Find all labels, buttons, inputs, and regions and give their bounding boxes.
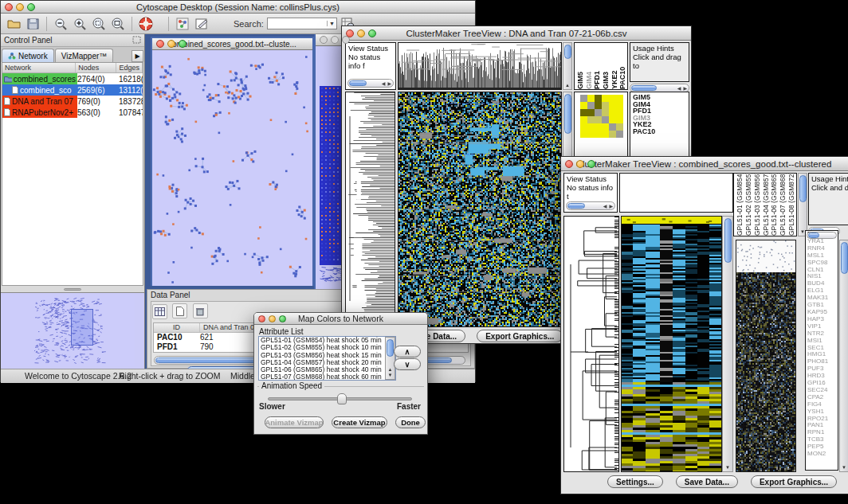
main-titlebar[interactable]: Cytoscape Desktop (Session Name: collins… [1, 1, 475, 14]
open-session-button[interactable] [6, 16, 22, 32]
float-panel-icon[interactable] [132, 36, 141, 45]
slider-thumb[interactable] [337, 393, 347, 404]
zoom-out-button[interactable] [53, 16, 69, 32]
attribute-item[interactable]: GPL51-07 (GSM868) heat shock 60 min [261, 373, 395, 381]
network-overview-panel[interactable] [1, 292, 144, 369]
network-list: Network Nodes Edges combined_scores 2764… [2, 62, 143, 286]
row-dendrogram-panel[interactable] [563, 216, 619, 472]
zoom-fit-button[interactable] [110, 16, 126, 32]
heatmap-panel[interactable] [398, 92, 562, 327]
gene-list-vscrollbar[interactable]: ▼ [839, 240, 848, 472]
network-row-selected[interactable]: combined_sco 2569(6) 13112(15) [2, 84, 143, 96]
move-down-button[interactable]: ∨ [394, 358, 421, 370]
network-tab-icon [8, 53, 16, 60]
tab-network[interactable]: Network [2, 49, 54, 62]
search-input[interactable]: ▼ [267, 18, 337, 29]
heatmap-panel[interactable] [621, 216, 722, 472]
view-status-scrollbar[interactable]: ◀▶ [566, 201, 615, 210]
network-canvas[interactable] [152, 50, 312, 286]
gene-labels-scrollbar[interactable] [807, 232, 837, 239]
treeview-button[interactable]: Export Graphics... [477, 330, 563, 342]
dialog-titlebar[interactable]: Map Colors to Network [254, 313, 427, 325]
minimize-icon[interactable] [16, 3, 24, 11]
close-icon[interactable] [258, 315, 265, 322]
animate-vizmap-button: Animate Vizmap [265, 416, 324, 428]
zoom-window-icon[interactable] [279, 315, 286, 322]
document-icon [4, 97, 10, 105]
close-icon[interactable] [346, 29, 354, 37]
minimize-icon[interactable] [331, 36, 339, 44]
window-controls[interactable] [1, 3, 39, 11]
slower-label: Slower [259, 402, 285, 411]
map-colors-dialog: Map Colors to Network Attribute List GPL… [253, 312, 428, 435]
column-scrollbar[interactable]: ▲ [563, 42, 572, 90]
tab-overflow-button[interactable]: ▶ [132, 50, 143, 62]
similarity-matrix-canvas[interactable] [580, 95, 623, 138]
zoom-window-icon[interactable] [179, 40, 186, 48]
done-button[interactable]: Done [395, 416, 426, 428]
create-vizmap-button[interactable]: Create Vizmap [332, 416, 387, 428]
close-icon[interactable] [565, 160, 573, 168]
minimize-icon[interactable] [269, 315, 276, 322]
zoom-in-button[interactable] [72, 16, 88, 32]
tab-vizmapper[interactable]: VizMapper™ [55, 49, 114, 62]
network-row[interactable]: combined_scores 2764(0) 16218(0) [2, 73, 143, 84]
row-dendrogram-panel[interactable] [345, 92, 395, 327]
secondary-heatmap-panel[interactable] [736, 240, 796, 472]
document-icon [12, 86, 18, 94]
close-icon[interactable] [156, 40, 164, 48]
close-icon[interactable] [5, 3, 13, 11]
column-labels-scrollbar[interactable]: ▼ [798, 173, 807, 236]
animation-speed-slider[interactable] [268, 397, 412, 400]
treeview-window-2: ClusterMaker TreeView : combined_scores_… [560, 156, 848, 494]
attribute-list-scrollbar[interactable]: ▲▼ [385, 337, 395, 380]
attribute-list[interactable]: GPL51-01 (GSM854) heat shock 05 minGPL51… [258, 336, 396, 381]
delete-attribute-icon[interactable] [193, 303, 208, 318]
column-dendrogram-panel[interactable] [398, 42, 562, 90]
help-button[interactable] [138, 16, 154, 32]
treeview1-title: ClusterMaker TreeView : DNA and Tran 07-… [342, 29, 691, 38]
heatmap-vscrollbar[interactable]: ▼ [722, 216, 733, 472]
folder-icon [4, 76, 12, 83]
column-labels-panel[interactable]: GIM5GIM4PFD1GIM3YKE2PAC10 [574, 42, 628, 90]
zoom-window-icon[interactable] [342, 36, 350, 44]
zoom-window-icon[interactable] [587, 160, 595, 168]
treeview-button[interactable]: Save Data... [676, 475, 738, 488]
save-session-button[interactable] [25, 16, 41, 32]
treeview-button[interactable]: Settings... [607, 475, 663, 488]
usage-hints-panel: Usage HintsClick and drag [808, 173, 848, 225]
minimize-icon[interactable] [576, 160, 584, 168]
treeview2-titlebar[interactable]: ClusterMaker TreeView : combined_scores_… [561, 157, 848, 171]
annotation-button[interactable] [194, 16, 210, 32]
gene-labels-panel[interactable]: PFD1YRA1RNR4MSL1SPC98CLN1NIS1BUD4ELG1MAK… [805, 230, 838, 471]
zoom-window-icon[interactable] [368, 29, 376, 37]
network-row[interactable]: DNA and Tran 07 769(0) 183728(0) [2, 96, 143, 107]
control-panel: Control Panel Network VizMapper™ ▶ Netwo… [1, 34, 145, 369]
search-dropdown-icon[interactable]: ▼ [327, 21, 336, 26]
usage-hints-panel: Usage HintsClick and drag to [630, 42, 689, 82]
overview-viewport[interactable] [71, 309, 93, 346]
vizmapper-shortcut-icon[interactable] [175, 16, 190, 32]
close-icon[interactable] [320, 36, 328, 44]
select-attributes-icon[interactable] [152, 304, 167, 319]
view-status-scrollbar[interactable]: ◀▶ [347, 79, 394, 88]
column-labels-panel[interactable]: GPL51-01 (GSM854)GPL51-02 (GSM855)GPL51-… [733, 173, 797, 236]
network-titlebar[interactable]: combined_scores_good.txt--cluste... [152, 38, 312, 50]
move-up-button[interactable]: ∧ [394, 346, 421, 357]
treeview-button[interactable]: Export Graphics... [751, 475, 837, 488]
toolbar-separator [46, 17, 47, 31]
overview-canvas[interactable] [1, 293, 135, 366]
zoom-window-icon[interactable] [27, 3, 35, 11]
treeview1-titlebar[interactable]: ClusterMaker TreeView : DNA and Tran 07-… [342, 26, 691, 41]
column-tree-panel [619, 173, 733, 213]
minimize-icon[interactable] [167, 40, 175, 48]
main-window-title: Cytoscape Desktop (Session Name: collins… [1, 2, 475, 12]
treeview2-buttons: Settings...Save Data...Export Graphics..… [607, 475, 837, 488]
panel-splitter[interactable] [1, 286, 144, 292]
status-message: Welcome to Cytoscape 2.6.2 [25, 371, 132, 381]
network-row[interactable]: RNAPuberNov2+ 563(0) 107847(0) [2, 107, 143, 118]
zoom-selected-button[interactable] [91, 16, 107, 32]
minimize-icon[interactable] [357, 29, 365, 37]
network-list-header[interactable]: Network Nodes Edges [2, 63, 143, 73]
create-attribute-icon[interactable] [172, 303, 187, 318]
